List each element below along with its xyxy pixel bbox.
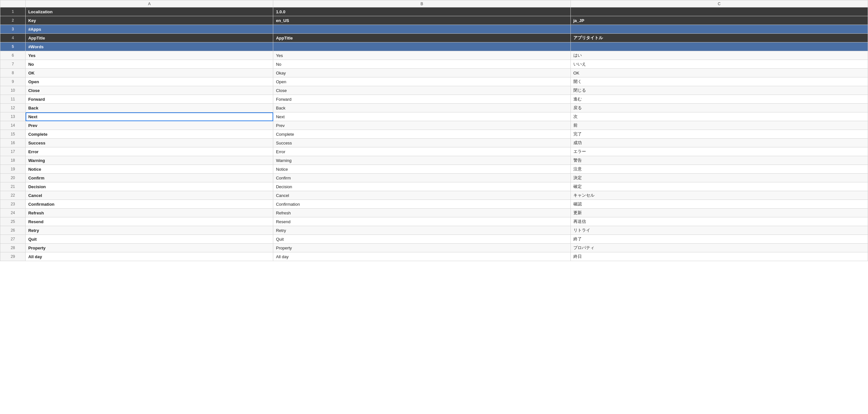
en-us-cell[interactable]: Success [273,139,570,148]
en-us-cell[interactable]: Quit [273,235,570,244]
en-us-cell[interactable]: Notice [273,165,570,173]
key-cell[interactable]: Prev [26,121,273,130]
key-cell[interactable]: Back [26,104,273,113]
en-us-cell[interactable]: Resend [273,217,570,226]
ja-jp-cell[interactable] [570,42,868,51]
en-us-cell[interactable]: Okay [273,69,570,77]
en-us-cell[interactable]: Forward [273,95,570,104]
table-row[interactable]: 27QuitQuit終了 [0,235,868,244]
ja-jp-cell[interactable]: アプリタイトル [570,34,868,42]
en-us-cell[interactable]: Cancel [273,191,570,200]
en-us-cell[interactable]: Error [273,148,570,156]
en-us-cell[interactable]: All day [273,252,570,261]
en-us-cell[interactable]: No [273,60,570,69]
key-cell[interactable]: #Apps [26,25,273,34]
ja-jp-cell[interactable]: エラー [570,148,868,156]
key-cell[interactable]: All day [26,252,273,261]
en-us-cell[interactable]: Refresh [273,209,570,217]
key-cell[interactable]: Next [26,113,273,121]
ja-jp-cell[interactable]: 再送信 [570,217,868,226]
table-row[interactable]: 3#Apps [0,25,868,34]
table-row[interactable]: 7NoNoいいえ [0,60,868,69]
ja-jp-cell[interactable]: 確定 [570,182,868,191]
table-row[interactable]: 23ConfirmationConfirmation確認 [0,200,868,209]
key-cell[interactable]: Warning [26,156,273,165]
ja-jp-cell[interactable]: 前 [570,121,868,130]
table-row[interactable]: 25ResendResend再送信 [0,217,868,226]
en-us-cell[interactable]: Confirmation [273,200,570,209]
ja-jp-cell[interactable]: 閉じる [570,86,868,95]
ja-jp-cell[interactable]: 完了 [570,130,868,139]
en-us-cell[interactable]: AppTitle [273,34,570,42]
ja-jp-cell[interactable]: 終了 [570,235,868,244]
en-us-cell[interactable]: Yes [273,51,570,60]
en-us-cell[interactable]: Confirm [273,173,570,182]
ja-jp-cell[interactable]: 更新 [570,209,868,217]
en-us-cell[interactable]: 1.0.0 [273,7,570,16]
key-cell[interactable]: Success [26,139,273,148]
key-cell[interactable]: Notice [26,165,273,173]
en-us-cell[interactable]: Open [273,77,570,86]
table-row[interactable]: 20ConfirmConfirm決定 [0,173,868,182]
table-row[interactable]: 19NoticeNotice注意 [0,165,868,173]
key-cell[interactable]: OK [26,69,273,77]
key-cell[interactable]: Confirm [26,173,273,182]
key-cell[interactable]: AppTitle [26,34,273,42]
table-row[interactable]: 18WarningWarning警告 [0,156,868,165]
ja-jp-cell[interactable]: 成功 [570,139,868,148]
key-cell[interactable]: Refresh [26,209,273,217]
table-row[interactable]: 12BackBack戻る [0,104,868,113]
ja-jp-cell[interactable]: 注意 [570,165,868,173]
en-us-cell[interactable]: en_US [273,16,570,25]
ja-jp-cell[interactable]: OK [570,69,868,77]
en-us-cell[interactable]: Next [273,113,570,121]
en-us-cell[interactable]: Close [273,86,570,95]
key-cell[interactable]: Quit [26,235,273,244]
ja-jp-cell[interactable]: 進む [570,95,868,104]
col-header-a[interactable]: A [26,0,273,7]
ja-jp-cell[interactable]: リトライ [570,226,868,235]
table-row[interactable]: 22CancelCancelキャンセル [0,191,868,200]
key-cell[interactable]: #Words [26,42,273,51]
table-row[interactable]: 10CloseClose閉じる [0,86,868,95]
table-row[interactable]: 16SuccessSuccess成功 [0,139,868,148]
table-row[interactable]: 8OKOkayOK [0,69,868,77]
table-row[interactable]: 13NextNext次 [0,113,868,121]
key-cell[interactable]: Localization [26,7,273,16]
key-cell[interactable]: Yes [26,51,273,60]
key-cell[interactable]: Resend [26,217,273,226]
en-us-cell[interactable]: Back [273,104,570,113]
ja-jp-cell[interactable]: 次 [570,113,868,121]
key-cell[interactable]: Key [26,16,273,25]
en-us-cell[interactable]: Decision [273,182,570,191]
en-us-cell[interactable] [273,25,570,34]
ja-jp-cell[interactable]: 決定 [570,173,868,182]
key-cell[interactable]: Forward [26,95,273,104]
table-row[interactable]: 11ForwardForward進む [0,95,868,104]
en-us-cell[interactable] [273,42,570,51]
ja-jp-cell[interactable]: ja_JP [570,16,868,25]
table-row[interactable]: 6YesYesはい [0,51,868,60]
ja-jp-cell[interactable]: 確認 [570,200,868,209]
col-header-b[interactable]: B [273,0,570,7]
ja-jp-cell[interactable]: 終日 [570,252,868,261]
key-cell[interactable]: No [26,60,273,69]
table-row[interactable]: 17ErrorErrorエラー [0,148,868,156]
spreadsheet[interactable]: A B C 1Localization1.0.02Keyen_USja_JP3#… [0,0,868,414]
table-row[interactable]: 2Keyen_USja_JP [0,16,868,25]
key-cell[interactable]: Retry [26,226,273,235]
table-row[interactable]: 21DecisionDecision確定 [0,182,868,191]
table-row[interactable]: 5#Words [0,42,868,51]
key-cell[interactable]: Property [26,244,273,252]
ja-jp-cell[interactable] [570,7,868,16]
en-us-cell[interactable]: Property [273,244,570,252]
table-row[interactable]: 14PrevPrev前 [0,121,868,130]
ja-jp-cell[interactable]: プロパティ [570,244,868,252]
en-us-cell[interactable]: Complete [273,130,570,139]
en-us-cell[interactable]: Retry [273,226,570,235]
table-row[interactable]: 28PropertyPropertyプロパティ [0,244,868,252]
table-row[interactable]: 4AppTitleAppTitleアプリタイトル [0,34,868,42]
key-cell[interactable]: Decision [26,182,273,191]
table-row[interactable]: 24RefreshRefresh更新 [0,209,868,217]
ja-jp-cell[interactable]: 警告 [570,156,868,165]
